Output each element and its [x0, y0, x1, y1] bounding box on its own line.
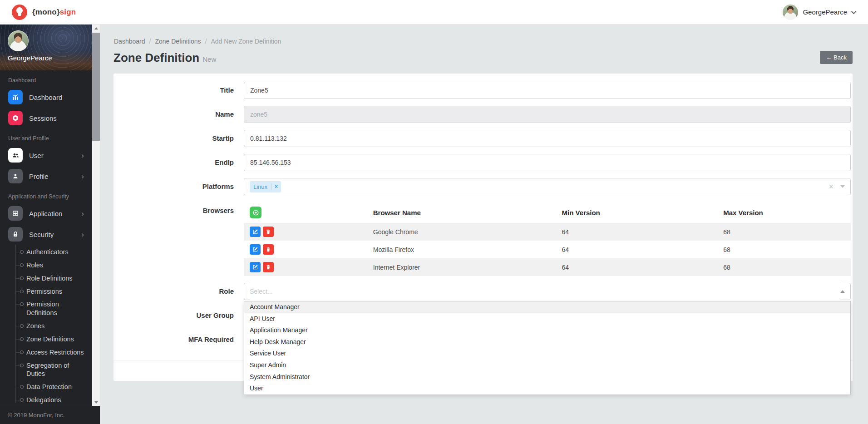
browser-row: Mozilla Firefox 64 68	[244, 241, 851, 258]
role-option[interactable]: User	[244, 383, 850, 394]
caret-down-icon[interactable]	[840, 185, 845, 188]
title-input[interactable]	[244, 82, 851, 99]
breadcrumb: Dashboard / Zone Definitions / Add New Z…	[114, 38, 853, 45]
browser-name-cell: Google Chrome	[373, 228, 562, 236]
endip-label: EndIp	[113, 154, 234, 166]
page-subtitle: New	[202, 55, 216, 63]
nav-section-app-security: Application and Security	[0, 187, 92, 203]
add-browser-button[interactable]	[250, 207, 261, 218]
browsers-table-body: Google Chrome 64 68	[244, 223, 851, 276]
min-version-cell: 64	[562, 246, 724, 253]
endip-input[interactable]	[244, 154, 851, 171]
user-name: GeorgePearce	[803, 8, 847, 16]
sidebar: GeorgePearce Dashboard Dashboard Session…	[0, 25, 100, 424]
sidebar-subitem[interactable]: Zone Definitions	[0, 333, 92, 346]
sidebar-subitem[interactable]: Permission Definitions	[0, 298, 92, 320]
caret-up-icon[interactable]	[840, 290, 845, 293]
chevron-right-icon: ›	[81, 231, 85, 238]
role-label: Role	[113, 283, 234, 295]
startip-input[interactable]	[244, 130, 851, 147]
page-title-text: Zone Definition	[113, 51, 199, 64]
role-select[interactable]	[244, 283, 851, 300]
lock-icon	[8, 227, 23, 242]
role-option[interactable]: Application Manager	[244, 325, 850, 336]
title-label: Title	[113, 82, 234, 94]
platform-tag-label: Linux	[250, 183, 271, 190]
role-option[interactable]: API User	[244, 313, 850, 325]
scroll-up-icon[interactable]	[92, 25, 100, 32]
breadcrumb-dashboard[interactable]: Dashboard	[114, 38, 145, 45]
role-option[interactable]: Account Manager	[244, 301, 850, 313]
record-dot-icon	[8, 111, 23, 125]
nav-section-dashboard: Dashboard	[0, 70, 92, 87]
sidebar-nav: Dashboard Dashboard Sessions User and Pr…	[0, 70, 92, 424]
brand-text: {mono}sign	[32, 8, 76, 17]
page-title: Zone DefinitionNew	[113, 51, 216, 65]
sidebar-profile-name: GeorgePearce	[8, 54, 92, 62]
sidebar-subitem[interactable]: Zones	[0, 320, 92, 333]
delete-browser-button[interactable]	[263, 227, 274, 237]
browser-name-cell: Mozilla Firefox	[373, 246, 562, 253]
sidebar-item-label: User	[29, 152, 75, 159]
sidebar-subitem[interactable]: Segregation of Duties	[0, 359, 92, 381]
sidebar-item-security[interactable]: Security ›	[0, 224, 92, 245]
role-search-input[interactable]	[250, 283, 840, 300]
browsers-table-header: Browser Name Min Version Max Version	[244, 202, 851, 223]
max-version-cell: 68	[723, 246, 851, 253]
sidebar-profile: GeorgePearce	[0, 25, 92, 70]
brand[interactable]: {mono}sign	[12, 5, 76, 20]
sidebar-subitem[interactable]: Delegations	[0, 394, 92, 407]
min-version-cell: 64	[562, 228, 724, 236]
min-version-cell: 64	[562, 264, 724, 271]
archive-icon	[8, 206, 23, 221]
role-dropdown: Account Manager API User Application Man…	[244, 301, 851, 395]
role-option[interactable]: Service User	[244, 348, 850, 360]
sidebar-item-label: Sessions	[29, 114, 85, 122]
sidebar-subitem[interactable]: Role Definitions	[0, 272, 92, 285]
back-button[interactable]: ← Back	[820, 51, 853, 64]
breadcrumb-separator: /	[149, 38, 151, 45]
role-option[interactable]: Help Desk Manager	[244, 336, 850, 348]
sidebar-item-user[interactable]: User ›	[0, 145, 92, 166]
edit-browser-button[interactable]	[250, 227, 261, 237]
breadcrumb-current: Add New Zone Definition	[211, 38, 281, 45]
edit-browser-button[interactable]	[250, 244, 261, 255]
security-submenu: Authenticators Roles Role Definitions Pe…	[0, 245, 92, 409]
col-browser-name: Browser Name	[373, 209, 562, 217]
sidebar-subitem[interactable]: Data Protection	[0, 380, 92, 394]
sidebar-subitem[interactable]: Roles	[0, 259, 92, 272]
name-input	[244, 106, 851, 123]
sidebar-subitem[interactable]: Access Restrictions	[0, 346, 92, 359]
brand-logo-icon	[12, 5, 27, 20]
sidebar-item-dashboard[interactable]: Dashboard	[0, 87, 92, 108]
breadcrumb-zone-definitions[interactable]: Zone Definitions	[155, 38, 201, 45]
scrollbar-thumb[interactable]	[92, 33, 100, 141]
sidebar-subitem[interactable]: Permissions	[0, 285, 92, 298]
delete-browser-button[interactable]	[263, 244, 274, 255]
col-max-version: Max Version	[723, 209, 851, 217]
clear-icon[interactable]: ×	[829, 182, 833, 191]
delete-browser-button[interactable]	[263, 262, 274, 272]
user-menu[interactable]: GeorgePearce	[783, 5, 856, 20]
sidebar-item-sessions[interactable]: Sessions	[0, 108, 92, 128]
scroll-down-icon[interactable]	[92, 399, 100, 406]
tag-remove-icon[interactable]: ×	[271, 183, 281, 190]
platforms-select[interactable]: Linux × ×	[244, 178, 851, 195]
chevron-right-icon: ›	[81, 210, 85, 217]
max-version-cell: 68	[723, 228, 851, 236]
bar-chart-icon	[8, 90, 23, 104]
chevron-down-icon	[851, 9, 856, 14]
sidebar-item-application[interactable]: Application ›	[0, 203, 92, 224]
max-version-cell: 68	[723, 264, 851, 271]
role-option[interactable]: System Administrator	[244, 371, 850, 383]
platform-tag-linux: Linux ×	[250, 181, 281, 192]
user-group-label: User Group	[113, 307, 234, 319]
sidebar-subitem[interactable]: Authenticators	[0, 246, 92, 259]
sidebar-item-profile[interactable]: Profile ›	[0, 166, 92, 187]
chevron-right-icon: ›	[81, 173, 85, 180]
sidebar-scrollbar[interactable]	[92, 25, 100, 406]
role-option[interactable]: Super Admin	[244, 360, 850, 371]
edit-browser-button[interactable]	[250, 262, 261, 272]
platforms-label: Platforms	[113, 178, 234, 190]
main-content: Dashboard / Zone Definitions / Add New Z…	[100, 25, 868, 424]
